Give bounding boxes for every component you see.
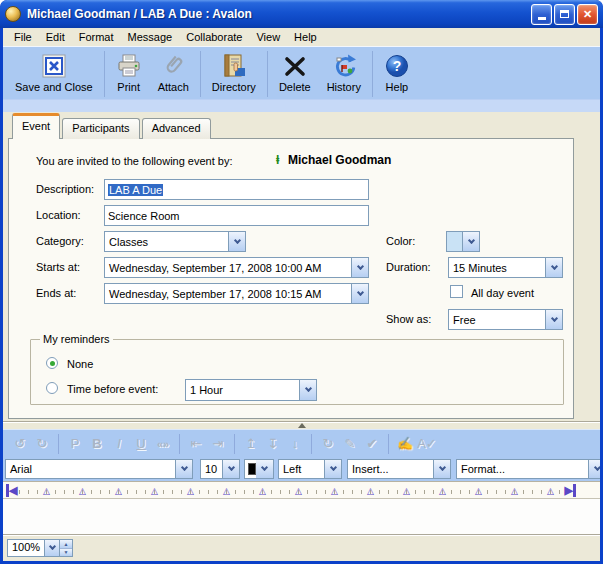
description-input[interactable]: LAB A Due xyxy=(104,179,369,200)
menu-message[interactable]: Message xyxy=(121,29,180,45)
spacing-after-icon[interactable]: ↧ xyxy=(262,434,284,454)
menu-format[interactable]: Format xyxy=(72,29,121,45)
zoom-control[interactable]: 100% ▲▼ xyxy=(7,539,73,557)
underline-icon[interactable]: U xyxy=(130,434,152,454)
reminders-groupbox: My reminders None Time before event: 1 H… xyxy=(30,339,564,405)
tab-advanced[interactable]: Advanced xyxy=(142,118,211,139)
format-select[interactable]: Format... xyxy=(456,459,600,479)
svg-text:?: ? xyxy=(393,58,402,74)
tab-event[interactable]: Event xyxy=(12,113,60,139)
ruler[interactable]: ◀ ▶ △△△△△△△△△△△△△△△ xyxy=(3,481,600,499)
insert-select[interactable]: Insert... xyxy=(347,459,451,479)
menu-help[interactable]: Help xyxy=(287,29,324,45)
undo-icon[interactable]: ↺ xyxy=(9,434,31,454)
show-as-label: Show as: xyxy=(386,313,431,325)
menu-collaborate[interactable]: Collaborate xyxy=(179,29,249,45)
toolbar-separator xyxy=(372,51,373,97)
ends-at-select[interactable]: Wednesday, September 17, 2008 10:15 AM xyxy=(104,283,369,304)
tabstop-marker[interactable]: △ xyxy=(43,485,50,497)
app-window: Michael Goodman / LAB A Due : Avalon ✕ F… xyxy=(0,0,603,564)
zoom-spinner[interactable]: ▲▼ xyxy=(59,540,72,556)
directory-button[interactable]: Directory xyxy=(204,50,264,97)
quote-icon[interactable]: «» xyxy=(152,434,174,454)
tabstop-marker[interactable]: △ xyxy=(295,485,302,497)
history-button[interactable]: History xyxy=(319,50,369,97)
message-body[interactable] xyxy=(3,499,600,534)
font-size-select[interactable]: 10 xyxy=(200,459,240,479)
ruler-left-margin-marker[interactable]: ◀ xyxy=(6,483,17,497)
spellcheck-icon[interactable]: A✓ xyxy=(416,434,438,454)
tabstop-marker[interactable]: △ xyxy=(511,485,518,497)
category-select[interactable]: Classes xyxy=(104,231,246,252)
reminder-time-select[interactable]: 1 Hour xyxy=(185,379,317,401)
title-bar[interactable]: Michael Goodman / LAB A Due : Avalon ✕ xyxy=(0,0,603,28)
edit-pen-icon[interactable]: ✎ xyxy=(339,434,361,454)
approve-icon[interactable]: ✔ xyxy=(361,434,383,454)
location-label: Location: xyxy=(36,209,81,221)
tabstop-marker[interactable]: △ xyxy=(187,485,194,497)
spacing-before-icon[interactable]: ↥ xyxy=(240,434,262,454)
delete-button[interactable]: Delete xyxy=(271,50,319,97)
duration-label: Duration: xyxy=(386,261,431,273)
signature-icon[interactable]: ✍ xyxy=(394,434,416,454)
tabstop-marker[interactable]: △ xyxy=(151,485,158,497)
format-icons: ↺↻PBIU«»⇤⇥↥↧↓↻✎✔✍A✓ xyxy=(3,429,600,457)
color-select[interactable] xyxy=(446,231,480,252)
tabstop-marker[interactable]: △ xyxy=(547,485,554,497)
attach-button[interactable]: Attach xyxy=(150,50,197,97)
tabstop-marker[interactable]: △ xyxy=(403,485,410,497)
show-as-select[interactable]: Free xyxy=(448,309,563,330)
chevron-down-icon[interactable] xyxy=(44,540,59,556)
toolbar-separator xyxy=(200,51,201,97)
menu-file[interactable]: File xyxy=(7,29,39,45)
tabstop-marker[interactable]: △ xyxy=(79,485,86,497)
duration-select[interactable]: 15 Minutes xyxy=(448,257,563,278)
chevron-down-icon xyxy=(545,258,562,277)
tabstop-marker[interactable]: △ xyxy=(223,485,230,497)
bold-icon[interactable]: B xyxy=(86,434,108,454)
splitter-bar[interactable] xyxy=(3,421,600,429)
chevron-down-icon xyxy=(299,380,316,400)
spin-up-icon[interactable]: ▲ xyxy=(60,540,72,548)
window-content: File Edit Format Message Collaborate Vie… xyxy=(3,28,600,561)
print-icon xyxy=(116,52,142,80)
font-color-select[interactable] xyxy=(244,459,274,479)
rewrap-icon[interactable]: ↻ xyxy=(317,434,339,454)
main-toolbar: Save and Close Print Attach Direc xyxy=(3,46,600,99)
menu-view[interactable]: View xyxy=(249,29,287,45)
maximize-button[interactable] xyxy=(554,4,575,25)
outdent-icon[interactable]: ⇤ xyxy=(185,434,207,454)
ruler-right-margin-marker[interactable]: ▶ xyxy=(565,483,576,497)
tabstop-marker[interactable]: △ xyxy=(259,485,266,497)
minimize-icon xyxy=(538,17,546,20)
print-button[interactable]: Print xyxy=(108,50,150,97)
spin-down-icon[interactable]: ▼ xyxy=(60,548,72,557)
tabstop-marker[interactable]: △ xyxy=(367,485,374,497)
italic-icon[interactable]: I xyxy=(108,434,130,454)
location-input[interactable]: Science Room xyxy=(104,205,369,226)
help-button[interactable]: ? Help xyxy=(376,50,418,97)
tabstop-marker[interactable]: △ xyxy=(475,485,482,497)
menu-edit[interactable]: Edit xyxy=(39,29,72,45)
indent-icon[interactable]: ⇥ xyxy=(207,434,229,454)
close-button[interactable]: ✕ xyxy=(577,4,598,25)
tabstop-marker[interactable]: △ xyxy=(115,485,122,497)
reminder-none-radio[interactable] xyxy=(46,357,58,369)
chevron-down-icon xyxy=(222,460,239,478)
starts-at-select[interactable]: Wednesday, September 17, 2008 10:00 AM xyxy=(104,257,369,278)
all-day-checkbox[interactable] xyxy=(450,285,463,298)
reminder-time-radio[interactable] xyxy=(46,382,58,394)
reminder-time-label: Time before event: xyxy=(67,383,158,395)
redo-icon[interactable]: ↻ xyxy=(31,434,53,454)
insert-below-icon[interactable]: ↓ xyxy=(284,434,306,454)
minimize-button[interactable] xyxy=(531,4,552,25)
tabstop-marker[interactable]: △ xyxy=(331,485,338,497)
tabstop-marker[interactable]: △ xyxy=(439,485,446,497)
font-family-select[interactable]: Arial xyxy=(5,459,193,479)
paragraph-icon[interactable]: P xyxy=(64,434,86,454)
align-select[interactable]: Left xyxy=(278,459,342,479)
attach-icon xyxy=(160,52,186,80)
tab-participants[interactable]: Participants xyxy=(62,118,139,139)
save-and-close-button[interactable]: Save and Close xyxy=(7,50,101,97)
reminder-none-label: None xyxy=(67,358,93,370)
